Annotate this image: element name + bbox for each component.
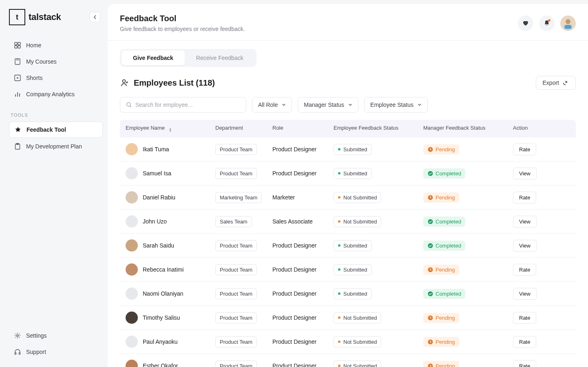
svg-point-16 (566, 19, 570, 24)
employee-cell: Ikati Tuma (126, 143, 215, 155)
filter-role[interactable]: All Role (252, 97, 292, 113)
check-circle-icon (427, 219, 433, 224)
tab-receive-feedback[interactable]: Receive Feedback (185, 51, 255, 65)
chevron-down-icon (282, 103, 286, 107)
heart-icon (522, 20, 529, 27)
table-row: Ikati TumaProduct TeamProduct DesignerSu… (120, 137, 576, 161)
sidebar-item-support[interactable]: Support (9, 344, 103, 360)
view-button[interactable]: View (513, 168, 537, 179)
sidebar-item-home[interactable]: Home (9, 38, 103, 53)
employee-cell: Esther Okafor (126, 360, 215, 367)
manager-feedback-status: Pending (423, 313, 459, 323)
headphones-icon (14, 348, 21, 356)
bar-chart-icon (14, 91, 21, 98)
employee-name: Samuel Isa (143, 170, 171, 177)
view-button[interactable]: View (513, 216, 537, 228)
view-button[interactable]: View (513, 288, 537, 300)
employee-feedback-status: Submitted (334, 240, 372, 251)
col-role: Role (272, 125, 334, 133)
rate-button[interactable]: Rate (513, 360, 536, 367)
svg-rect-0 (15, 42, 17, 45)
employee-avatar (126, 239, 138, 252)
col-employee-feedback-status: Employee Feedback Status (334, 125, 423, 133)
employee-name: Ikati Tuma (143, 146, 169, 153)
rate-button[interactable]: Rate (513, 264, 536, 276)
employee-avatar (126, 263, 138, 276)
table-header: Employee Name ▲▼ Department Role Employe… (120, 120, 576, 137)
svg-rect-3 (18, 46, 20, 48)
department-pill: Product Team (215, 144, 257, 155)
employee-avatar (126, 167, 138, 179)
table-row: Timothy SalisuProduct TeamProduct Design… (120, 306, 576, 330)
chevron-down-icon (348, 103, 352, 107)
clock-icon (427, 146, 433, 152)
topbar: Feedback Tool Give feedback to employees… (108, 4, 588, 41)
status-text: Not Submitted (343, 339, 377, 345)
employee-feedback-status: Submitted (334, 144, 372, 155)
rate-button[interactable]: Rate (513, 144, 536, 155)
role-cell: Product Designer (272, 266, 334, 273)
employee-avatar (126, 336, 138, 348)
chevron-down-icon (418, 103, 422, 107)
status-text: Completed (435, 291, 461, 297)
chevron-left-icon (93, 15, 97, 19)
sidebar-item-development-plan[interactable]: My Development Plan (9, 139, 103, 154)
table-row: Sarah SaiduProduct TeamProduct DesignerS… (120, 234, 576, 258)
page-title: Feedback Tool (120, 14, 245, 23)
svg-rect-2 (15, 46, 17, 48)
col-employee-name[interactable]: Employee Name ▲▼ (126, 125, 215, 133)
rate-button[interactable]: Rate (513, 312, 536, 324)
status-dot-icon (338, 220, 340, 223)
employee-avatar (126, 215, 138, 228)
brand-logo[interactable]: t talstack (9, 9, 61, 25)
search-input[interactable] (135, 102, 240, 108)
sidebar: t talstack Home My Courses Shorts (0, 0, 108, 367)
sidebar-item-settings[interactable]: Settings (9, 328, 103, 343)
rate-button[interactable]: Rate (513, 336, 536, 348)
search-input-wrapper[interactable] (120, 97, 246, 113)
export-button[interactable]: Export (536, 76, 576, 90)
sidebar-item-label: Feedback Tool (27, 126, 66, 133)
clock-icon (427, 267, 433, 272)
star-icon (14, 126, 22, 133)
clipboard-icon (14, 143, 21, 150)
tab-give-feedback[interactable]: Give Feedback (122, 51, 185, 65)
nav-section-tools: TOOLS (11, 113, 103, 117)
logo-mark-icon: t (9, 9, 25, 25)
filter-employee-status[interactable]: Employee Status (364, 97, 428, 113)
employee-name: Naomi Olaniyan (143, 290, 183, 297)
rate-button[interactable]: Rate (513, 192, 536, 203)
employee-name: Rebecca Inatimi (143, 266, 183, 273)
employee-feedback-status: Submitted (334, 264, 372, 275)
notifications-button[interactable] (539, 15, 555, 31)
svg-rect-13 (15, 353, 16, 354)
page-subtitle: Give feedback to employees or receive fe… (120, 26, 245, 32)
department-pill: Product Team (215, 360, 257, 367)
svg-point-26 (428, 243, 433, 248)
status-text: Pending (435, 363, 455, 367)
filter-manager-status[interactable]: Manager Status (298, 97, 358, 113)
department-pill: Product Team (215, 312, 257, 323)
table-row: Naomi OlaniyanProduct TeamProduct Design… (120, 282, 576, 306)
status-dot-icon (338, 268, 340, 271)
check-circle-icon (427, 291, 433, 296)
employee-feedback-status: Submitted (334, 288, 372, 299)
employee-name: Paul Anyaoku (143, 338, 178, 345)
sidebar-item-shorts[interactable]: Shorts (9, 70, 103, 86)
sidebar-item-label: My Development Plan (26, 143, 82, 150)
col-label: Employee Name (126, 125, 165, 131)
sidebar-item-feedback-tool[interactable]: Feedback Tool (9, 122, 103, 138)
grid-icon (14, 42, 21, 49)
employee-name: Sarah Saidu (143, 242, 174, 249)
sidebar-item-analytics[interactable]: Company Analytics (9, 86, 103, 102)
manager-feedback-status: Completed (423, 241, 465, 251)
col-department: Department (215, 125, 272, 133)
status-text: Completed (435, 170, 461, 177)
sidebar-item-courses[interactable]: My Courses (9, 54, 103, 69)
role-cell: Product Designer (272, 314, 334, 321)
favorites-button[interactable] (518, 15, 533, 31)
view-button[interactable]: View (513, 240, 537, 252)
role-cell: Product Designer (272, 146, 334, 153)
collapse-sidebar-button[interactable] (90, 12, 100, 22)
user-avatar[interactable] (560, 15, 576, 31)
